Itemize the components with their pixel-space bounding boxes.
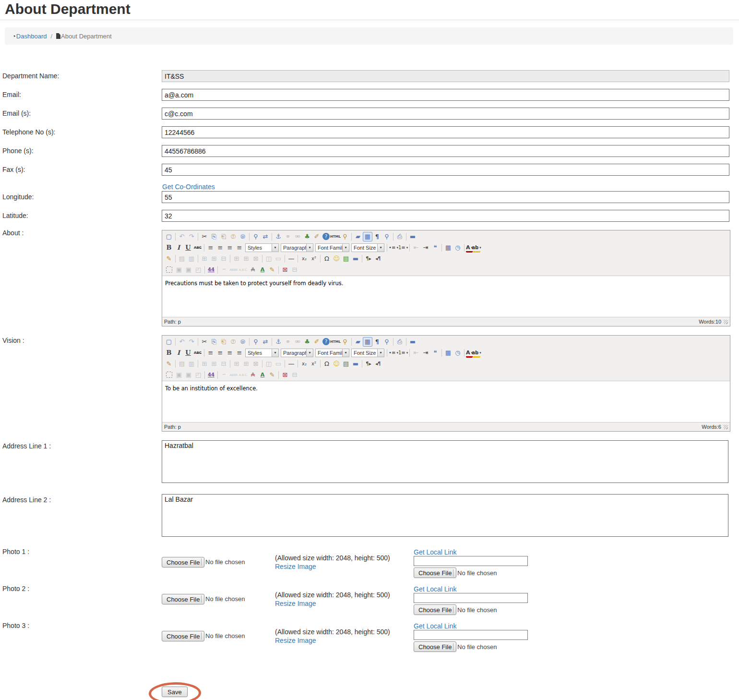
- pagebreak-icon[interactable]: ⊟: [290, 370, 299, 380]
- redo-icon[interactable]: ↷: [187, 232, 196, 241]
- print-icon[interactable]: ⎙: [395, 232, 405, 241]
- italic-icon[interactable]: I: [174, 348, 183, 358]
- about-editor-content[interactable]: Precautions must be taken to protect you…: [162, 276, 730, 317]
- embed-icon[interactable]: ▬: [351, 359, 360, 369]
- align-right-icon[interactable]: ≡: [225, 348, 235, 358]
- indent-icon[interactable]: ⇥: [421, 243, 430, 253]
- photo1-local-choose-file-button[interactable]: Choose File: [414, 567, 456, 578]
- ltr-icon[interactable]: ¶▸: [364, 359, 373, 369]
- align-justify-icon[interactable]: ≡: [235, 348, 244, 358]
- subscript-icon[interactable]: x₂: [299, 359, 309, 369]
- photo2-resize-image-link[interactable]: Resize Image: [275, 600, 316, 607]
- italic-icon[interactable]: I: [174, 243, 183, 253]
- paste-from-word-icon[interactable]: Ⓦ: [238, 337, 248, 347]
- charmap-icon[interactable]: Ω: [322, 359, 332, 369]
- photo1-get-local-link[interactable]: Get Local Link: [414, 548, 457, 556]
- embed-icon[interactable]: ▬: [351, 254, 360, 264]
- numbered-list-icon[interactable]: 1≡: [398, 348, 408, 358]
- subscript-icon[interactable]: x₂: [299, 254, 309, 264]
- phone-input[interactable]: [162, 145, 729, 157]
- rtl-icon[interactable]: ◂¶: [373, 254, 383, 264]
- photo2-choose-file-button[interactable]: Choose File: [162, 594, 204, 604]
- styles-dropdown[interactable]: Styles▾: [245, 243, 279, 252]
- cut-icon[interactable]: ✂: [200, 337, 209, 347]
- remove-format-icon[interactable]: ▰: [353, 232, 363, 241]
- unlink-icon[interactable]: ⚮: [293, 337, 302, 347]
- move-forward-icon[interactable]: ▣: [174, 265, 184, 275]
- col-after-icon[interactable]: ⊞: [241, 254, 251, 264]
- blockquote-icon[interactable]: ❝: [430, 243, 440, 253]
- superscript-icon[interactable]: x²: [309, 359, 319, 369]
- undo-icon[interactable]: ↶: [177, 337, 187, 347]
- font-family-dropdown[interactable]: Font Family▾: [315, 243, 349, 252]
- email-input[interactable]: [162, 89, 729, 101]
- paste-icon[interactable]: ⎗: [219, 232, 228, 241]
- align-right-icon[interactable]: ≡: [225, 243, 235, 253]
- help-icon[interactable]: ?: [322, 233, 330, 240]
- redo-icon[interactable]: ↷: [187, 337, 196, 347]
- media-icon[interactable]: ▤: [341, 254, 351, 264]
- resize-grip-icon[interactable]: [724, 425, 728, 429]
- longitude-input[interactable]: [162, 191, 729, 203]
- photo1-choose-file-button[interactable]: Choose File: [162, 557, 204, 567]
- paste-as-text-icon[interactable]: Ⓣ: [228, 337, 238, 347]
- preview-page-icon[interactable]: ⚲: [382, 337, 392, 347]
- visual-select-icon[interactable]: [166, 372, 172, 378]
- hr-icon[interactable]: —: [286, 359, 296, 369]
- font-family-dropdown[interactable]: Font Family▾: [315, 349, 349, 357]
- help-icon[interactable]: ?: [322, 338, 330, 345]
- align-justify-icon[interactable]: ≡: [235, 243, 244, 253]
- chevron-down-icon[interactable]: ▾: [306, 244, 313, 252]
- department-name-input[interactable]: [162, 70, 729, 82]
- attribs-icon[interactable]: ✎: [267, 265, 277, 275]
- pagebreak-icon[interactable]: ⊟: [290, 265, 299, 275]
- backcolor-icon[interactable]: ab: [473, 244, 480, 253]
- visual-aid-icon[interactable]: ▦: [363, 232, 372, 241]
- merge-cells-icon[interactable]: ▭: [274, 359, 283, 369]
- copy-icon[interactable]: ⎘: [209, 232, 219, 241]
- cleanup-icon[interactable]: ✐: [312, 337, 322, 347]
- row-before-icon[interactable]: ⊞: [200, 359, 209, 369]
- row-after-icon[interactable]: ⊞: [209, 254, 219, 264]
- insert-time-icon[interactable]: ◷: [453, 243, 463, 253]
- charmap-icon[interactable]: Ω: [322, 254, 332, 264]
- styles-dropdown[interactable]: Styles▾: [245, 349, 279, 357]
- bold-icon[interactable]: B: [164, 348, 174, 358]
- cell-props-icon[interactable]: ▥: [187, 254, 196, 264]
- row-props-icon[interactable]: ▤: [177, 254, 187, 264]
- bold-icon[interactable]: B: [164, 243, 174, 253]
- bullet-list-icon[interactable]: •≡: [389, 348, 398, 358]
- anchor-icon[interactable]: ⚓: [274, 232, 283, 241]
- find-replace-icon[interactable]: ⇄: [261, 337, 270, 347]
- move-forward-icon[interactable]: ▣: [174, 370, 184, 380]
- row-props-icon[interactable]: ▤: [177, 359, 187, 369]
- media-icon[interactable]: ▤: [341, 359, 351, 369]
- noembed-icon[interactable]: ⊠: [280, 370, 290, 380]
- insert-layer-icon[interactable]: ◰: [193, 265, 203, 275]
- insert-date-icon[interactable]: ▦: [443, 243, 453, 253]
- insert-table-icon[interactable]: ✎: [164, 254, 174, 264]
- chevron-down-icon[interactable]: ▾: [306, 349, 313, 357]
- chevron-down-icon[interactable]: ▾: [272, 349, 278, 357]
- remove-format-icon[interactable]: ▰: [353, 337, 363, 347]
- chevron-down-icon[interactable]: ▾: [342, 244, 349, 252]
- html-icon[interactable]: HTML: [331, 232, 340, 241]
- photo2-local-link-input[interactable]: [414, 593, 528, 603]
- move-backward-icon[interactable]: ▣: [184, 265, 193, 275]
- acronym-icon[interactable]: A.B.C.: [238, 265, 248, 275]
- acronym-icon[interactable]: A.B.C.: [238, 370, 248, 380]
- new-document-icon[interactable]: ▢: [164, 232, 174, 241]
- fax-input[interactable]: [162, 164, 729, 176]
- html-icon[interactable]: HTML: [331, 337, 340, 347]
- superscript-icon[interactable]: x²: [309, 254, 319, 264]
- cite-icon[interactable]: ❝❞: [219, 265, 229, 275]
- undo-icon[interactable]: ↶: [177, 232, 187, 241]
- move-backward-icon[interactable]: ▣: [184, 370, 193, 380]
- paragraph-dropdown[interactable]: Paragraph▾: [281, 349, 313, 357]
- insert-time-icon[interactable]: ◷: [453, 348, 463, 358]
- photo2-local-choose-file-button[interactable]: Choose File: [414, 604, 456, 615]
- photo3-choose-file-button[interactable]: Choose File: [162, 631, 204, 641]
- abbr-icon[interactable]: ABBR: [229, 265, 238, 275]
- chevron-down-icon[interactable]: ▾: [377, 349, 384, 357]
- del-icon[interactable]: A: [248, 370, 258, 380]
